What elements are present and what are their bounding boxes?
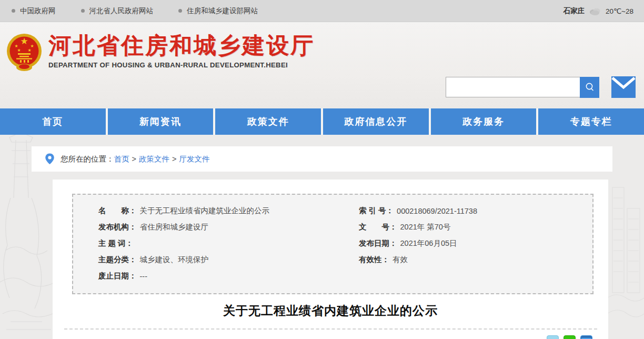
meta-label: 发布日期： <box>359 238 397 248</box>
svg-text:★: ★ <box>20 36 28 46</box>
top-links: 中国政府网 河北省人民政府网站 住房和城乡建设部网站 <box>12 6 258 16</box>
link-hebei-gov[interactable]: 河北省人民政府网站 <box>81 6 154 16</box>
meta-label: 废止日期： <box>98 271 137 281</box>
breadcrumb: 您所在的位置： 首页 > 政策文件 > 厅发文件 <box>32 146 612 172</box>
meta-row-index-no: 索 引 号： 000218069/2021-11738 <box>359 203 477 219</box>
meta-value: 有效 <box>393 255 408 265</box>
china-national-emblem: ★ ★ ★ ★ ★ <box>6 33 42 72</box>
breadcrumb-home[interactable]: 首页 <box>114 154 129 164</box>
meta-value: 省住房和城乡建设厅 <box>140 222 209 232</box>
breadcrumb-prefix: 您所在的位置： <box>61 154 114 164</box>
mail-icon <box>611 76 636 98</box>
share-buttons <box>547 335 592 339</box>
title-divider <box>64 328 597 330</box>
page: 中国政府网 河北省人民政府网站 住房和城乡建设部网站 石家庄 20℃~28 <box>0 0 644 339</box>
meta-label: 有效性： <box>359 255 389 265</box>
search-button[interactable] <box>580 77 599 98</box>
nav-news[interactable]: 新闻资讯 <box>108 108 214 135</box>
meta-label: 发布机构： <box>98 222 137 232</box>
nav-home[interactable]: 首页 <box>0 108 106 135</box>
meta-row-publish-date: 发布日期： 2021年06月05日 <box>359 235 477 252</box>
bullet-icon <box>81 9 85 13</box>
link-label: 河北省人民政府网站 <box>89 6 154 16</box>
nav-topics[interactable]: 专题专栏 <box>538 108 644 135</box>
meta-row-doc-no: 文 号： 2021年 第70号 <box>359 219 477 235</box>
site-brand[interactable]: ★ ★ ★ ★ ★ 河北省住房和城乡建设厅 DEPARTMENT OF HOUS… <box>6 32 315 72</box>
link-mohurd[interactable]: 住房和城乡建设部网站 <box>178 6 258 16</box>
breadcrumb-dept-docs[interactable]: 厅发文件 <box>179 154 209 164</box>
meta-value: 关于无工程业绩省内建筑业企业的公示 <box>140 206 270 216</box>
meta-value: 2021年06月05日 <box>400 238 457 248</box>
page-body: 您所在的位置： 首页 > 政策文件 > 厅发文件 名 称： 关于无工程业绩省内建… <box>0 135 644 339</box>
site-header: ★ ★ ★ ★ ★ 河北省住房和城乡建设厅 DEPARTMENT OF HOUS… <box>0 22 644 108</box>
document-meta-box: 名 称： 关于无工程业绩省内建筑业企业的公示 发布机构： 省住房和城乡建设厅 主… <box>72 194 593 294</box>
meta-label: 名 称： <box>98 206 137 216</box>
weather-widget: 石家庄 20℃~28 <box>563 6 633 16</box>
right-watermark-illustration <box>607 156 644 335</box>
bullet-icon <box>12 9 15 13</box>
meta-row-category: 主题分类： 城乡建设、环境保护 <box>98 252 592 268</box>
weather-city: 石家庄 <box>563 6 585 16</box>
location-pin-icon <box>44 152 55 166</box>
meta-value: --- <box>140 272 148 281</box>
search-input[interactable] <box>446 77 580 97</box>
meta-column-left: 名 称： 关于无工程业绩省内建筑业企业的公示 发布机构： 省住房和城乡建设厅 主… <box>98 203 592 284</box>
meta-label: 索 引 号： <box>359 206 394 216</box>
meta-label: 主 题 词： <box>98 238 133 248</box>
breadcrumb-separator: > <box>172 155 176 163</box>
meta-value: 2021年 第70号 <box>400 222 451 232</box>
main-nav: 首页 新闻资讯 政策文件 政府信息公开 政务服务 专题专栏 <box>0 108 644 135</box>
weibo-share-icon[interactable] <box>547 335 559 339</box>
meta-row-keywords: 主 题 词： <box>98 235 592 252</box>
link-label: 中国政府网 <box>20 6 56 16</box>
breadcrumb-policy[interactable]: 政策文件 <box>139 154 169 164</box>
nav-services[interactable]: 政务服务 <box>431 108 537 135</box>
brand-text: 河北省住房和城乡建设厅 DEPARTMENT OF HOUSING & URBA… <box>48 32 315 69</box>
meta-value: 城乡建设、环境保护 <box>140 255 209 265</box>
wechat-share-icon[interactable] <box>564 335 576 339</box>
top-utility-bar: 中国政府网 河北省人民政府网站 住房和城乡建设部网站 石家庄 20℃~28 <box>0 0 644 22</box>
meta-column-right: 索 引 号： 000218069/2021-11738 文 号： 2021年 第… <box>359 203 477 268</box>
content-panel: 名 称： 关于无工程业绩省内建筑业企业的公示 发布机构： 省住房和城乡建设厅 主… <box>53 180 608 339</box>
meta-row-issuer: 发布机构： 省住房和城乡建设厅 <box>98 219 592 235</box>
svg-text:★: ★ <box>17 48 21 53</box>
site-subtitle: DEPARTMENT OF HOUSING & URBAN-RURAL DEVE… <box>48 61 315 69</box>
search-area <box>446 76 636 98</box>
site-title: 河北省住房和城乡建设厅 <box>48 32 315 59</box>
meta-row-repeal-date: 废止日期： --- <box>98 268 592 284</box>
weather-range: 20℃~28 <box>606 7 633 15</box>
search-icon <box>584 82 596 93</box>
breadcrumb-separator: > <box>132 155 136 163</box>
mail-button[interactable] <box>611 76 636 98</box>
nav-gov-info[interactable]: 政府信息公开 <box>323 108 429 135</box>
link-china-gov[interactable]: 中国政府网 <box>12 6 56 16</box>
link-label: 住房和城乡建设部网站 <box>187 6 258 16</box>
meta-row-validity: 有效性： 有效 <box>359 252 477 268</box>
meta-value: 000218069/2021-11738 <box>397 207 477 215</box>
nav-policy[interactable]: 政策文件 <box>215 108 321 135</box>
meta-label: 文 号： <box>359 222 397 232</box>
article-title: 关于无工程业绩省内建筑业企业的公示 <box>53 303 608 319</box>
cloud-weather-icon <box>589 6 601 16</box>
bullet-icon <box>178 9 182 13</box>
meta-row-name: 名 称： 关于无工程业绩省内建筑业企业的公示 <box>98 203 592 219</box>
meta-label: 主题分类： <box>98 255 137 265</box>
svg-text:★: ★ <box>27 48 31 53</box>
qq-share-icon[interactable] <box>580 335 592 339</box>
